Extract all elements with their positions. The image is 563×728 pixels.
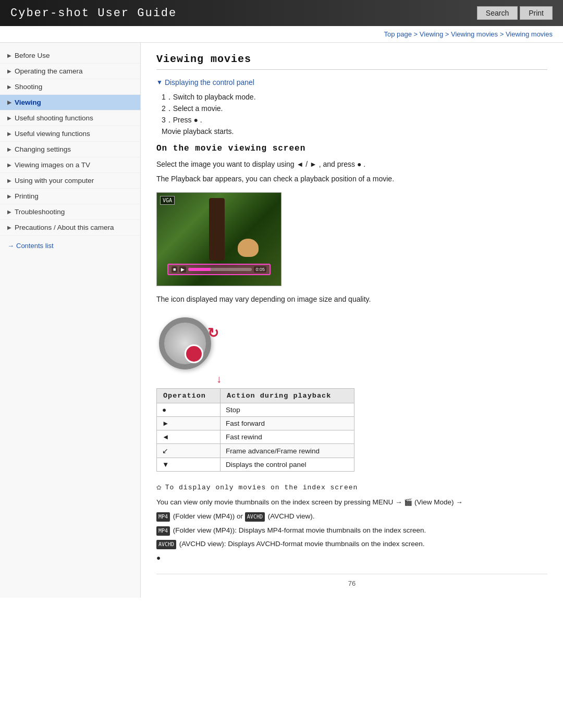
table-cell-op: ► [157, 417, 221, 430]
table-cell-op: ▼ [157, 458, 221, 472]
steps-list: 1．Switch to playback mode. 2．Select a mo… [162, 93, 547, 135]
table-cell-action: Fast forward [221, 417, 354, 430]
sidebar-item-printing[interactable]: ▶ Printing [0, 189, 140, 204]
playback-bar: ■ ▶ 0:05 [167, 264, 271, 275]
note-heading: ✿ To display only movies on the index sc… [156, 482, 547, 492]
table-cell-action: Stop [221, 403, 354, 417]
table-row: ▼ Displays the control panel [157, 458, 354, 472]
control-panel-link[interactable]: Displaying the control panel [165, 78, 254, 87]
dial-outer-ring [159, 317, 211, 369]
sidebar-item-operating-camera[interactable]: ▶ Operating the camera [0, 64, 140, 79]
arrow-icon: ▶ [7, 100, 11, 105]
contents-list-link[interactable]: → Contents list [7, 242, 133, 250]
table-cell-op: ◄ [157, 430, 221, 444]
table-cell-op: ↙ [157, 444, 221, 458]
page-title: Viewing movies [156, 53, 547, 70]
sidebar-item-before-use[interactable]: ▶ Before Use [0, 48, 140, 64]
arrow-icon: ▶ [7, 162, 11, 168]
pb-stop-btn: ■ [172, 266, 177, 273]
step-2: 2．Select a movie. [162, 104, 547, 114]
table-row: ● Stop [157, 403, 354, 417]
section-heading: On the movie viewing screen [156, 144, 547, 153]
dial-arrow-bottom-icon: ↓ [216, 373, 222, 385]
sidebar-item-viewing[interactable]: ▶ Viewing [0, 95, 140, 110]
mp4-badge: MP4 [156, 512, 170, 522]
note-text-5: ● [156, 552, 547, 564]
arrow-icon: ▶ [7, 178, 11, 183]
caption-text: The icon displayed may vary depending on… [156, 293, 547, 305]
breadcrumb-top[interactable]: Top page [384, 30, 412, 38]
app-title: Cyber-shot User Guide [10, 7, 177, 20]
subheading-link: ▼ Displaying the control panel [156, 78, 547, 87]
search-button[interactable]: Search [477, 6, 518, 20]
table-header-operation: Operation [157, 389, 221, 403]
sidebar-item-using-computer[interactable]: ▶ Using with your computer [0, 173, 140, 189]
table-row: ► Fast forward [157, 417, 354, 430]
table-cell-op: ● [157, 403, 221, 417]
sidebar-item-useful-viewing[interactable]: ▶ Useful viewing functions [0, 126, 140, 142]
dial-center-button [185, 344, 203, 363]
note-text-1: You can view only movie thumbnails on th… [156, 497, 547, 508]
header-buttons: Search Print [477, 6, 553, 20]
breadcrumb-viewing-movies-2[interactable]: Viewing movies [506, 30, 553, 38]
pb-progress-bar [188, 268, 252, 271]
step-1: 1．Switch to playback mode. [162, 93, 547, 102]
arrow-icon: ▶ [7, 209, 11, 215]
pb-play-btn: ▶ [179, 266, 186, 273]
main-layout: ▶ Before Use ▶ Operating the camera ▶ Sh… [0, 43, 563, 598]
arrow-icon: ▶ [7, 193, 11, 199]
table-cell-action: Displays the control panel [221, 458, 354, 472]
tree-trunk-shape [209, 198, 225, 261]
sidebar: ▶ Before Use ▶ Operating the camera ▶ Sh… [0, 43, 141, 598]
sidebar-item-shooting[interactable]: ▶ Shooting [0, 79, 140, 95]
arrow-icon: ▶ [7, 115, 11, 121]
table-cell-action: Fast rewind [221, 430, 354, 444]
sidebar-item-precautions[interactable]: ▶ Precautions / About this camera [0, 220, 140, 236]
sidebar-item-useful-shooting[interactable]: ▶ Useful shooting functions [0, 110, 140, 126]
camera-screenshot: VGA ■ ▶ 0:05 [156, 192, 282, 286]
sidebar-item-changing-settings[interactable]: ▶ Changing settings [0, 142, 140, 157]
breadcrumb: Top page > Viewing > Viewing movies > Vi… [0, 26, 563, 43]
avchd-badge-2: AVCHD [156, 540, 176, 549]
breadcrumb-viewing[interactable]: Viewing [420, 30, 443, 38]
table-row: ↙ Frame advance/Frame rewind [157, 444, 354, 458]
note-text-2: MP4 (Folder view (MP4)) or AVCHD (AVCHD … [156, 511, 547, 522]
cat-shape [238, 239, 259, 257]
note-text-3: MP4 (Folder view (MP4)): Displays MP4-fo… [156, 525, 547, 536]
body-text-1: Select the image you want to display usi… [156, 158, 547, 170]
page-header: Cyber-shot User Guide Search Print [0, 0, 563, 26]
note-text-4: AVCHD (AVCHD view): Displays AVCHD-forma… [156, 538, 547, 550]
pb-progress-fill [188, 268, 211, 271]
table-header-action: Action during playback [221, 389, 354, 403]
screenshot-background: VGA ■ ▶ 0:05 [157, 193, 281, 286]
triangle-down-icon: ▼ [156, 79, 163, 86]
mp4-badge-2: MP4 [156, 526, 170, 536]
dial-arrow-right-icon: ↻ [207, 325, 219, 341]
arrow-icon: ▶ [7, 225, 11, 230]
arrow-icon: ▶ [7, 53, 11, 58]
avchd-badge: AVCHD [245, 512, 265, 522]
sidebar-item-troubleshooting[interactable]: ▶ Troubleshooting [0, 204, 140, 220]
note-section: ✿ To display only movies on the index sc… [156, 482, 547, 563]
vga-badge: VGA [160, 196, 175, 205]
breadcrumb-viewing-movies-1[interactable]: Viewing movies [451, 30, 498, 38]
arrow-icon: ▶ [7, 84, 11, 90]
step-note: Movie playback starts. [162, 127, 547, 135]
body-text-2: The Playback bar appears, you can check … [156, 173, 547, 184]
content-area: Viewing movies ▼ Displaying the control … [141, 43, 563, 598]
sidebar-footer: → Contents list [0, 236, 140, 256]
page-number: 76 [156, 574, 547, 587]
pb-time: 0:05 [254, 266, 266, 273]
arrow-icon: ▶ [7, 131, 11, 137]
arrow-icon: ▶ [7, 68, 11, 74]
sidebar-item-viewing-tv[interactable]: ▶ Viewing images on a TV [0, 157, 140, 173]
playback-table: Operation Action during playback ● Stop … [156, 388, 354, 472]
step-3: 3．Press ● . [162, 116, 547, 125]
print-button[interactable]: Print [520, 6, 553, 20]
table-cell-action: Frame advance/Frame rewind [221, 444, 354, 458]
table-row: ◄ Fast rewind [157, 430, 354, 444]
control-dial: ↻ ↓ [156, 312, 219, 380]
arrow-icon: ▶ [7, 146, 11, 152]
note-icon: ✿ [156, 482, 162, 492]
